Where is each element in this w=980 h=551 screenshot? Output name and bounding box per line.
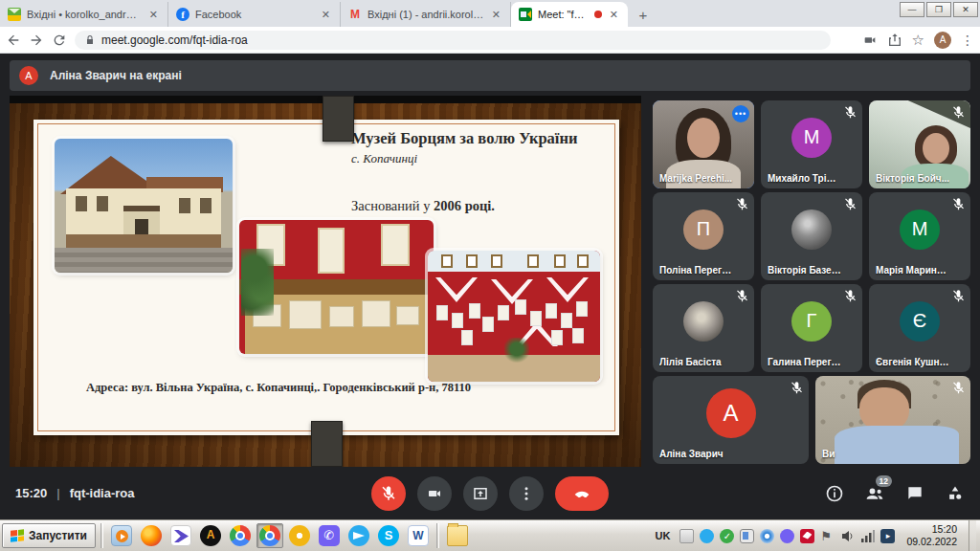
start-label: Запустити bbox=[29, 529, 87, 542]
participant-tile[interactable]: M Михайло Тріщук bbox=[761, 100, 862, 188]
viber-tray-icon[interactable] bbox=[780, 529, 794, 543]
participant-tile[interactable]: Г Галина Перегін... bbox=[761, 284, 862, 372]
aimp-icon[interactable] bbox=[197, 523, 224, 548]
participant-photo-avatar bbox=[791, 209, 832, 250]
bookmark-star-icon[interactable]: ☆ bbox=[912, 32, 924, 49]
participant-tile[interactable]: П Поліна Перегін... bbox=[653, 192, 754, 280]
slide-clip-top bbox=[323, 96, 354, 142]
media-player-icon[interactable] bbox=[108, 523, 135, 548]
telegram-icon[interactable] bbox=[345, 523, 372, 548]
language-indicator[interactable]: UK bbox=[652, 528, 675, 543]
maximize-button[interactable]: ❐ bbox=[926, 2, 951, 17]
mic-off-icon bbox=[843, 289, 858, 303]
telegram-tray-icon[interactable] bbox=[700, 529, 714, 543]
address-bar[interactable]: meet.google.com/fqt-idia-roa bbox=[75, 31, 831, 50]
chat-button[interactable] bbox=[905, 484, 924, 503]
mic-off-icon bbox=[790, 381, 804, 395]
more-options-button[interactable] bbox=[509, 476, 544, 511]
hang-up-button[interactable] bbox=[555, 476, 609, 511]
reload-icon[interactable] bbox=[52, 33, 67, 48]
recording-dot-icon bbox=[594, 11, 602, 18]
present-button[interactable] bbox=[463, 476, 498, 511]
tab-close-icon[interactable]: ✕ bbox=[320, 9, 332, 21]
chrome-canary-icon[interactable] bbox=[286, 523, 313, 548]
museum-exhibit-photo bbox=[239, 220, 434, 354]
meeting-details-button[interactable] bbox=[825, 484, 844, 503]
taskbar-clock[interactable]: 15:20 09.02.2022 bbox=[901, 523, 963, 548]
forward-icon[interactable] bbox=[29, 33, 44, 48]
tab-meet-active[interactable]: Meet: "fqt-idia-roa" ✕ bbox=[511, 2, 628, 27]
participant-tile[interactable]: M Марія Марине... bbox=[869, 192, 970, 280]
participant-tile[interactable]: Лілія Басіста bbox=[653, 284, 754, 372]
close-button[interactable]: ✕ bbox=[953, 2, 978, 17]
firefox-icon[interactable] bbox=[138, 523, 165, 548]
mic-off-icon bbox=[843, 197, 858, 211]
self-view-tile[interactable]: Ви bbox=[815, 376, 970, 464]
museum-building-photo bbox=[55, 139, 233, 273]
participant-tile[interactable]: ••• Marijka Perehi... bbox=[653, 100, 754, 188]
skype-icon[interactable] bbox=[375, 523, 402, 548]
mic-toggle-button[interactable] bbox=[371, 476, 406, 511]
call-controls bbox=[371, 476, 609, 511]
keyboard-layout-icon[interactable] bbox=[679, 529, 694, 543]
browser-avatar[interactable]: A bbox=[934, 32, 951, 49]
back-icon[interactable] bbox=[6, 33, 21, 48]
action-center-flag-icon[interactable] bbox=[820, 529, 835, 543]
participant-tile[interactable]: Вікторія Базел... bbox=[761, 192, 862, 280]
network-signal-icon[interactable] bbox=[860, 529, 875, 543]
share-icon[interactable] bbox=[887, 33, 902, 48]
mic-off-icon bbox=[951, 381, 966, 395]
tab-close-icon[interactable]: ✕ bbox=[490, 9, 502, 21]
eye-tray-icon[interactable] bbox=[760, 529, 774, 543]
viber-icon[interactable] bbox=[316, 523, 343, 548]
volume-icon[interactable] bbox=[840, 529, 855, 543]
taskbar-separator bbox=[436, 523, 439, 548]
participant-name: Михайло Тріщук bbox=[768, 173, 841, 184]
participants-button[interactable]: 12 bbox=[865, 484, 884, 503]
windows-taskbar: Запустити UK 15:20 bbox=[0, 519, 980, 551]
antivirus-check-icon[interactable] bbox=[720, 529, 734, 543]
slide-address: Адреса: вул. Вільна Україна, с. Копачинц… bbox=[86, 380, 536, 396]
slide-subtitle: с. Копачинці bbox=[351, 151, 608, 166]
minimize-button[interactable]: — bbox=[900, 2, 924, 17]
chrome-icon[interactable] bbox=[227, 523, 254, 548]
ukrnet-mail-icon bbox=[8, 8, 21, 21]
toolbar-right: ☆ A ⋮ bbox=[862, 32, 974, 49]
mic-off-icon bbox=[951, 197, 966, 211]
tab-title: Facebook bbox=[195, 9, 314, 20]
red-app-tray-icon[interactable] bbox=[800, 529, 814, 543]
tab-close-icon[interactable]: ✕ bbox=[608, 9, 620, 21]
browser-menu-icon[interactable]: ⋮ bbox=[961, 33, 974, 48]
folder-icon[interactable] bbox=[444, 523, 471, 548]
tab-media-camera-icon[interactable] bbox=[862, 33, 878, 48]
participant-name: Лілія Басіста bbox=[659, 357, 733, 367]
kmplayer-icon[interactable] bbox=[167, 523, 194, 548]
show-desktop-button[interactable] bbox=[969, 520, 976, 551]
participant-avatar: Є bbox=[900, 301, 940, 342]
participant-tile[interactable]: Вікторія Бойч... bbox=[869, 100, 970, 188]
gmail-icon: M bbox=[348, 8, 362, 21]
slide-title: Музей Борцям за волю України bbox=[351, 129, 608, 148]
lock-icon bbox=[84, 34, 96, 46]
slide-clip-bottom bbox=[311, 421, 343, 467]
word-icon[interactable] bbox=[405, 523, 432, 548]
tab-gmail[interactable]: M Вхідні (1) - andrii.korolko@pnu.e ✕ bbox=[341, 2, 511, 27]
camera-toggle-button[interactable] bbox=[417, 476, 452, 511]
meeting-info: 15:20 | fqt-idia-roa bbox=[15, 486, 135, 500]
tray-app-icon[interactable] bbox=[880, 529, 895, 543]
meeting-code: fqt-idia-roa bbox=[70, 486, 135, 500]
tab-facebook[interactable]: f Facebook ✕ bbox=[168, 2, 341, 27]
presentation-video[interactable]: Музей Борцям за волю України с. Копачинц… bbox=[10, 96, 641, 467]
tab-close-icon[interactable]: ✕ bbox=[147, 9, 160, 21]
participant-tile[interactable]: А Аліна Зварич bbox=[653, 376, 809, 464]
activities-button[interactable] bbox=[946, 484, 965, 503]
tab-ukrnet-mail[interactable]: Вхідні • korolko_andr@ukr.net ✕ bbox=[0, 2, 168, 27]
chrome-active-window-button[interactable] bbox=[256, 523, 283, 548]
participant-tile[interactable]: Є Євгенія Кушнір... bbox=[869, 284, 970, 372]
new-tab-button[interactable]: + bbox=[632, 3, 655, 26]
tile-menu-icon[interactable]: ••• bbox=[732, 105, 749, 122]
museum-wall-photo bbox=[428, 251, 600, 382]
start-button[interactable]: Запустити bbox=[2, 523, 96, 548]
clipboard-tray-icon[interactable] bbox=[740, 529, 754, 543]
participant-name: Євгенія Кушнір... bbox=[876, 357, 949, 367]
